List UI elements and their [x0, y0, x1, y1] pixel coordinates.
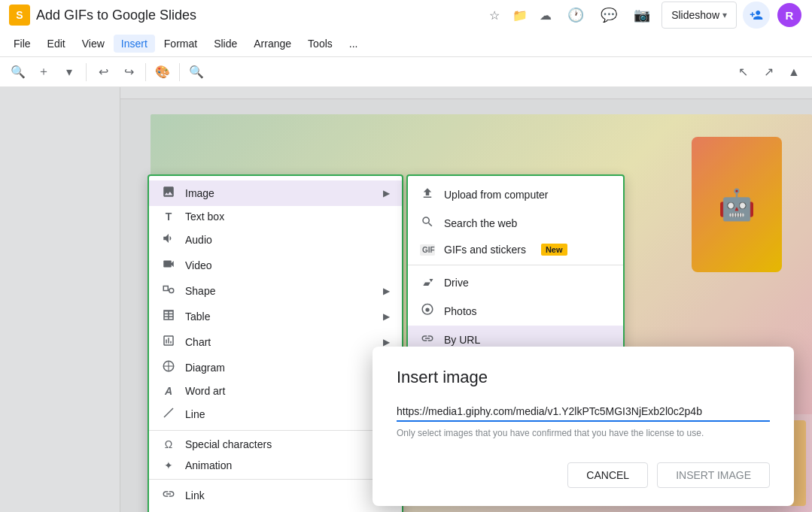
submenu-upload[interactable]: Upload from computer [408, 180, 623, 209]
zoom-tool[interactable]: 🔍 [184, 60, 208, 84]
specialchars-menu-icon: Ω [161, 438, 176, 450]
submenu-photos[interactable]: Photos [408, 297, 623, 326]
menu-option-table[interactable]: Table ▶ [149, 304, 402, 329]
photos-icon [420, 303, 435, 320]
image-submenu-chevron-icon: ▶ [383, 188, 390, 198]
menu-view[interactable]: View [75, 35, 112, 53]
svg-line-5 [164, 408, 173, 417]
share-button[interactable] [743, 2, 770, 29]
app-logo: S [9, 5, 30, 26]
menu-arrange[interactable]: Arrange [246, 35, 299, 53]
chart-menu-icon [161, 334, 176, 350]
insert-image-button[interactable]: INSERT IMAGE [657, 462, 770, 488]
menu-option-textbox[interactable]: T Text box [149, 206, 402, 227]
submenu-gifs[interactable]: GIF GIFs and stickers New [408, 238, 623, 262]
menu-option-image[interactable]: Image ▶ [149, 180, 402, 206]
table-menu-icon [161, 308, 176, 325]
add-tool[interactable]: ＋ [32, 60, 56, 84]
menu-edit[interactable]: Edit [40, 35, 73, 53]
paint-format-tool[interactable]: 🎨 [151, 60, 175, 84]
menu-option-link[interactable]: Link Ctrl [149, 483, 402, 508]
gifs-icon: GIF [420, 244, 435, 256]
title-bar: S Add GIFs to Google Slides ☆ 📁 ☁ 🕐 💬 📷 … [0, 0, 812, 30]
url-hint: Only select images that you have confirm… [397, 428, 770, 438]
insert-menu-divider-2 [149, 479, 402, 480]
animation-menu-icon: ✦ [161, 459, 176, 471]
document-title: Add GIFs to Google Slides [36, 8, 478, 23]
menu-option-chart[interactable]: Chart ▶ [149, 329, 402, 355]
menu-slide[interactable]: Slide [206, 35, 245, 53]
cloud-icon[interactable]: ☁ [535, 5, 556, 26]
link-menu-icon [161, 487, 176, 504]
menu-option-video[interactable]: Video [149, 253, 402, 278]
insert-menu: Image ▶ T Text box Audio Video Shap [147, 174, 403, 512]
menu-more[interactable]: ... [342, 35, 366, 53]
image-menu-icon [161, 185, 176, 201]
menu-option-comment[interactable]: Comment Ctrl+Alt+M [149, 508, 402, 512]
title-right: 🕐 💬 📷 Slideshow ▾ R [562, 2, 803, 29]
add-dropdown[interactable]: ▾ [57, 60, 81, 84]
main-area: GIF I'M LEARNDING #BackToSchool 🤖 www.ps… [0, 87, 812, 512]
menu-option-diagram[interactable]: Diagram ▶ [149, 355, 402, 380]
menu-option-audio[interactable]: Audio [149, 227, 402, 253]
menu-option-animation[interactable]: ✦ Animation [149, 455, 402, 476]
menu-option-line[interactable]: Line [149, 401, 402, 427]
user-avatar[interactable]: R [776, 2, 803, 29]
video-menu-icon [161, 257, 176, 274]
title-icons: ☆ 📁 ☁ [484, 5, 556, 26]
shape-menu-icon [161, 283, 176, 299]
menu-option-shape[interactable]: Shape ▶ [149, 278, 402, 304]
diagram-menu-icon [161, 359, 176, 376]
submenu-searchweb[interactable]: Search the web [408, 209, 623, 238]
undo-tool[interactable]: ↩ [91, 60, 115, 84]
menu-tools[interactable]: Tools [300, 35, 340, 53]
star-icon[interactable]: ☆ [484, 5, 505, 26]
drive-icon [420, 274, 435, 291]
byurl-icon [420, 332, 435, 348]
searchweb-icon [420, 215, 435, 232]
wordart-menu-icon: A [161, 385, 176, 397]
menu-format[interactable]: Format [157, 35, 205, 53]
dialog-actions: CANCEL INSERT IMAGE [397, 462, 770, 488]
folder-icon[interactable]: 📁 [509, 5, 531, 26]
pointer-tool[interactable]: ↗ [756, 60, 780, 84]
dialog-title: Insert image [397, 368, 770, 387]
menu-option-specialchars[interactable]: Ω Special characters [149, 434, 402, 455]
slideshow-button[interactable]: Slideshow ▾ [661, 2, 737, 29]
gifs-new-badge: New [541, 244, 567, 256]
textbox-menu-icon: T [161, 211, 176, 223]
search-tool[interactable]: 🔍 [6, 60, 30, 84]
cancel-button[interactable]: CANCEL [567, 462, 648, 488]
toolbar-divider-1 [86, 63, 87, 81]
submenu-drive[interactable]: Drive [408, 268, 623, 297]
slideshow-chevron-icon: ▾ [722, 10, 727, 20]
submenu-divider-1 [408, 265, 623, 265]
upload-icon [420, 186, 435, 203]
redo-tool[interactable]: ↪ [117, 60, 141, 84]
toolbar-divider-3 [179, 63, 180, 81]
chevron-up-icon[interactable]: ▲ [782, 60, 806, 84]
insert-image-dialog: Insert image Only select images that you… [373, 347, 794, 506]
history-icon[interactable]: 🕐 [562, 2, 589, 29]
audio-menu-icon [161, 232, 176, 248]
svg-point-1 [169, 289, 174, 293]
toolbar: 🔍 ＋ ▾ ↩ ↪ 🎨 🔍 ↖ ↗ ▲ [0, 57, 812, 87]
chart-submenu-chevron-icon: ▶ [383, 337, 390, 347]
svg-point-6 [425, 308, 429, 311]
table-submenu-chevron-icon: ▶ [383, 311, 390, 322]
chat-icon[interactable]: 💬 [595, 2, 622, 29]
menu-insert[interactable]: Insert [114, 35, 155, 53]
line-menu-icon [161, 406, 176, 423]
toolbar-divider-2 [145, 63, 146, 81]
insert-menu-divider-1 [149, 430, 402, 431]
menu-option-wordart[interactable]: A Word art [149, 380, 402, 401]
svg-rect-0 [163, 286, 168, 291]
shape-submenu-chevron-icon: ▶ [383, 286, 390, 296]
menu-file[interactable]: File [6, 35, 38, 53]
url-input[interactable] [397, 402, 770, 422]
menu-bar: File Edit View Insert Format Slide Arran… [0, 30, 812, 57]
selection-tool[interactable]: ↖ [731, 60, 755, 84]
video-icon[interactable]: 📷 [628, 2, 655, 29]
